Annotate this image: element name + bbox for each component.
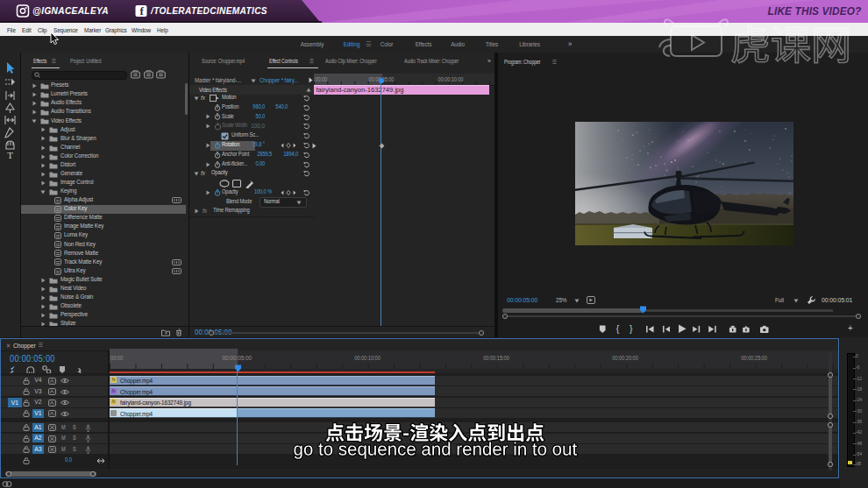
- svg-text:{: {: [616, 324, 620, 334]
- svg-text:f: f: [139, 4, 144, 18]
- svg-text:}: }: [630, 324, 633, 334]
- svg-text:T: T: [7, 150, 13, 160]
